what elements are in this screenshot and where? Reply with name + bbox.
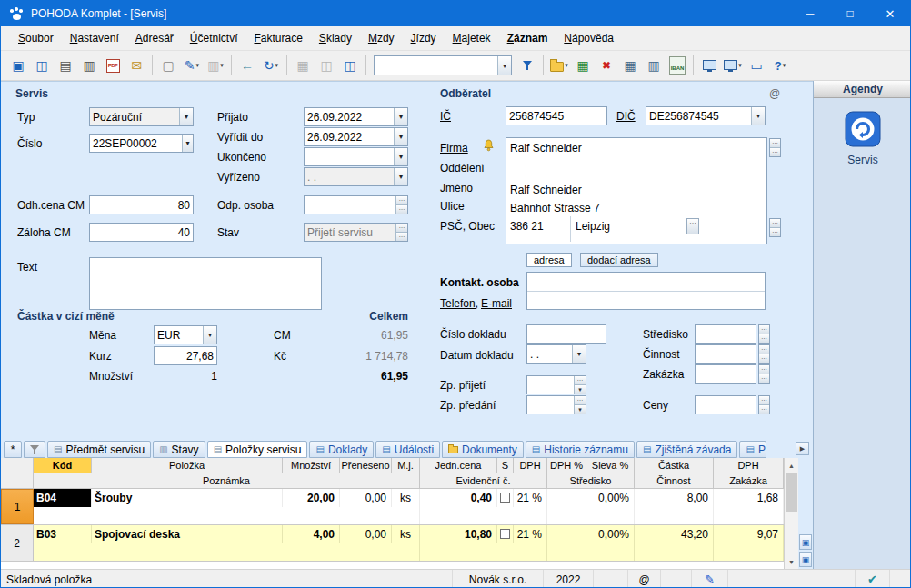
scrollbar-thumb[interactable] [786,473,797,512]
lookup-icon[interactable] [759,405,769,414]
tab-dokumenty[interactable]: Dokumenty [442,441,524,458]
odh-cena-field[interactable]: 80 [89,195,194,214]
lookup-icon[interactable] [759,334,769,343]
email-at-icon[interactable]: @ [769,87,780,100]
email-field[interactable] [647,292,765,310]
minimize-button[interactable]: ─ [790,1,830,26]
table-row[interactable]: 1 B04 Šrouby 20,00 0,00 ks 0,40 21 % 0,0… [1,489,784,525]
tab-adresa[interactable]: adresa [526,253,572,267]
zp-predani-field[interactable] [526,395,586,414]
column-header-mnozstvi[interactable]: Množství [283,458,340,473]
lookup-icon[interactable] [575,396,586,405]
telefon-link-label[interactable]: Telefon, [440,297,478,310]
window-layout-icon[interactable] [746,55,767,76]
cell-dph-pct[interactable] [547,525,586,543]
contact-person-field-1[interactable] [527,273,645,291]
cell-jedncena[interactable]: 0,40 [420,489,497,507]
cell-sleva[interactable]: 0,00% [586,525,635,543]
close-button[interactable]: ✕ [870,1,910,26]
cell-stredisko[interactable] [547,543,635,562]
contact-person-field-2[interactable] [647,273,765,291]
column-header-dph-castka[interactable]: DPH [714,458,784,473]
cinnost-lookup[interactable] [758,344,770,364]
cell-kod[interactable]: B04 [34,489,92,507]
table-row[interactable]: 2 B03 Spojovací deska 4,00 0,00 ks 10,80… [1,525,784,562]
cell-cinnost[interactable] [635,507,714,525]
cell-zakazka[interactable] [714,507,784,525]
table-maximize-button[interactable] [799,534,812,550]
obec-lookup-icon[interactable] [686,218,699,234]
export-table-icon[interactable] [572,55,594,76]
cell-zakazka[interactable] [714,543,784,562]
cell-preneseno[interactable]: 0,00 [340,489,392,507]
chevron-down-icon[interactable] [751,107,765,125]
address-tools[interactable] [769,218,781,237]
psc-value[interactable]: 386 21 [510,220,544,233]
copy-record-icon[interactable] [339,55,361,76]
cell-sleva[interactable]: 0,00% [586,489,635,507]
record-pages-icon[interactable]: ▾ [205,55,226,76]
chevron-down-icon[interactable] [394,128,407,145]
table-grid-icon[interactable] [643,55,665,76]
menu-jizdy[interactable]: Jízdy [403,27,445,49]
back-icon[interactable] [236,55,258,76]
menu-napoveda[interactable]: Nápověda [556,27,622,49]
copy-icon[interactable] [315,55,337,76]
address-box[interactable]: Ralf Schneider Ralf Schneider Bahnhof St… [506,137,767,244]
refresh-icon[interactable]: ▾ [260,55,282,76]
pdf-export-icon[interactable] [102,55,124,76]
cell-mj[interactable]: ks [392,525,420,543]
chevron-down-icon[interactable] [394,148,407,165]
calculator-icon[interactable] [619,55,641,76]
cell-evidencni[interactable] [420,507,547,525]
display-export-icon[interactable]: ▾ [722,55,744,76]
open-folder-icon[interactable]: ▾ [548,55,570,76]
column-header-cinnost[interactable]: Činnost [635,473,714,489]
column-header-castka[interactable]: Částka [635,458,714,473]
s-checkbox[interactable] [500,493,510,503]
contact-grid[interactable] [526,272,766,310]
row-selector[interactable]: 2 [1,525,34,561]
column-header-polozka[interactable]: Položka [92,458,283,473]
table-restore-button[interactable] [799,552,812,567]
filter-icon[interactable] [516,55,538,76]
telefon-field[interactable] [527,292,645,310]
ukonceno-date-field[interactable] [304,147,408,166]
chevron-down-icon[interactable] [575,405,586,414]
sidebar-item-servis[interactable]: Servis [814,111,911,166]
datum-dokladu-field[interactable]: . . [526,344,586,364]
chevron-down-icon[interactable] [203,326,216,344]
chevron-down-icon[interactable] [182,135,193,152]
cell-dph-castka[interactable]: 9,07 [714,525,784,543]
cell-poznamka[interactable] [34,543,420,562]
chevron-down-icon[interactable] [394,108,407,125]
ceny-lookup[interactable] [758,395,770,414]
ic-link-label[interactable]: IČ [440,110,451,123]
menu-adresar[interactable]: Adresář [127,27,182,49]
menu-zaznam[interactable]: Záznam [499,27,556,49]
zaloha-field[interactable]: 40 [89,223,194,242]
row-selector[interactable]: 1 [1,489,34,524]
vyridit-do-date-field[interactable]: 26.09.2022 [304,127,408,146]
tab-truncated[interactable]: ▤P [739,441,766,458]
cell-cinnost[interactable] [635,543,714,562]
tab-scroll-right-button[interactable] [796,442,809,455]
jmeno-value[interactable]: Ralf Schneider [510,184,582,196]
send-email-icon[interactable] [125,55,147,76]
menu-majetek[interactable]: Majetek [445,27,499,49]
cislo-dokladu-field[interactable] [526,324,606,344]
menu-soubor[interactable]: Soubor [10,27,62,49]
kurz-field[interactable]: 27,68 [154,346,217,365]
column-header-s[interactable]: S [497,458,514,473]
edit-record-icon[interactable]: ▾ [181,55,203,76]
s-checkbox[interactable] [500,529,510,539]
dic-link-label[interactable]: DIČ [616,110,636,123]
cell-dph-pct[interactable] [547,489,586,507]
cell-mnozstvi[interactable]: 4,00 [283,525,340,543]
cell-polozka[interactable]: Šrouby [92,489,283,507]
address-tools[interactable] [769,138,781,157]
column-header-dph[interactable]: DPH [514,458,547,473]
mena-select[interactable]: EUR [154,325,217,344]
search-input[interactable] [374,55,512,75]
zp-prijeti-field[interactable] [526,375,586,394]
